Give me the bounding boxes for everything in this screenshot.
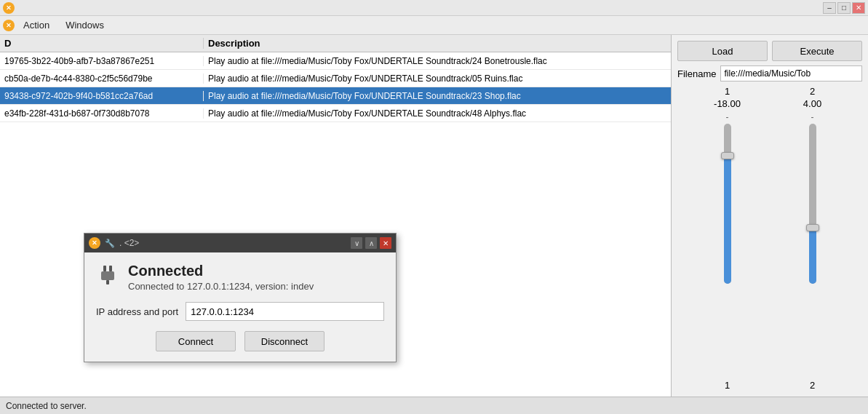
sliders-row: - - xyxy=(677,112,862,377)
plug-icon xyxy=(96,263,119,286)
connected-texts: Connected Connected to 127.0.0.1:1234, v… xyxy=(128,263,314,292)
status-text: Connected to server. xyxy=(6,401,87,411)
dialog-wrench-icon: 🔧 xyxy=(105,239,115,248)
slider-thumb-1[interactable] xyxy=(721,152,734,159)
slider-thumb-2[interactable] xyxy=(806,224,819,231)
slider-col-2: - xyxy=(809,112,816,377)
maximize-button[interactable]: □ xyxy=(837,2,851,14)
menu-action[interactable]: Action xyxy=(16,17,57,33)
title-bar-left: ✕ xyxy=(3,2,17,14)
slider-col-1: - xyxy=(724,112,731,377)
dialog-form-row: IP address and port xyxy=(96,302,384,321)
channel-value-2: 4.00 xyxy=(798,98,827,109)
dialog-connected-header: Connected Connected to 127.0.0.1:1234, v… xyxy=(96,263,384,292)
dialog-chevron-up-button[interactable]: ∧ xyxy=(365,237,377,249)
row-desc: Play audio at file:///media/Music/Toby F… xyxy=(204,73,671,84)
svg-rect-3 xyxy=(106,280,109,284)
execute-button[interactable]: Execute xyxy=(772,41,862,61)
row-id: 93438-c972-402b-9f40-b581cc2a76ad xyxy=(0,91,204,101)
svg-rect-1 xyxy=(109,266,112,271)
channel-value-1: -18.00 xyxy=(713,98,742,109)
dialog-overlay: ✕ 🔧 . <2> ∨ ∧ ✕ Connected Connected to 1… xyxy=(84,233,397,362)
close-button[interactable]: ✕ xyxy=(852,2,865,14)
ip-label: IP address and port xyxy=(96,306,178,317)
load-button[interactable]: Load xyxy=(677,41,768,61)
channel-bottom-label-1: 1 xyxy=(713,380,742,391)
dialog-buttons-row: Connect Disconnect xyxy=(96,331,384,351)
title-bar-controls: – □ ✕ xyxy=(823,2,865,14)
channel-label-1: 1 xyxy=(713,86,742,97)
menu-app-icon: ✕ xyxy=(3,20,15,31)
filename-input[interactable] xyxy=(720,65,862,81)
channel-bottom-label-2: 2 xyxy=(798,380,827,391)
filename-row: Filename xyxy=(677,65,862,81)
channel-area: 1 2 -18.00 4.00 - - xyxy=(677,86,862,391)
table-header: D Description xyxy=(0,35,671,52)
connect-button[interactable]: Connect xyxy=(156,331,236,351)
col-desc-header: Description xyxy=(204,38,671,49)
right-panel: Load Execute Filename 1 2 -18.00 4.00 - xyxy=(672,35,868,397)
connected-subtitle: Connected to 127.0.0.1:1234, version: in… xyxy=(128,281,314,292)
slider-fill-1 xyxy=(724,156,731,284)
channel-top-labels: 1 2 xyxy=(677,86,862,97)
title-bar: ✕ – □ ✕ xyxy=(0,0,868,16)
channel-bottom-labels: 1 2 xyxy=(677,380,862,391)
svg-rect-0 xyxy=(103,266,106,271)
menu-bar: ✕ Action Windows xyxy=(0,16,868,35)
panel-buttons: Load Execute xyxy=(677,41,862,61)
slider-track-2[interactable] xyxy=(809,124,816,284)
dialog-title-left: ✕ 🔧 . <2> xyxy=(89,237,139,249)
ip-input[interactable] xyxy=(186,302,384,321)
row-desc: Play audio at file:///media/Music/Toby F… xyxy=(204,56,671,66)
filename-label: Filename xyxy=(677,68,716,79)
menu-windows[interactable]: Windows xyxy=(58,17,111,33)
col-id-header: D xyxy=(0,38,204,49)
channel-values: -18.00 4.00 xyxy=(677,98,862,109)
dialog-title-bar: ✕ 🔧 . <2> ∨ ∧ ✕ xyxy=(84,234,396,252)
connected-title: Connected xyxy=(128,263,314,279)
disconnect-button[interactable]: Disconnect xyxy=(244,331,324,351)
row-desc: Play audio at file:///media/Music/Toby F… xyxy=(204,108,671,119)
row-desc: Play audio at file:///media/Music/Toby F… xyxy=(204,91,671,101)
table-row[interactable]: e34fb-228f-431d-b687-0f730d8b7078 Play a… xyxy=(0,105,671,122)
dialog-chevron-down-button[interactable]: ∨ xyxy=(351,237,362,249)
app-icon: ✕ xyxy=(3,2,15,14)
dialog-app-icon: ✕ xyxy=(89,237,100,249)
channel-label-2: 2 xyxy=(798,86,827,97)
table-row[interactable]: cb50a-de7b-4c44-8380-c2f5c56d79be Play a… xyxy=(0,70,671,87)
dialog-title-controls: ∨ ∧ ✕ xyxy=(351,237,391,249)
row-id: e34fb-228f-431d-b687-0f730d8b7078 xyxy=(0,108,204,119)
slider-dash-2: - xyxy=(811,112,814,122)
slider-fill-2 xyxy=(809,228,816,284)
row-id: cb50a-de7b-4c44-8380-c2f5c56d79be xyxy=(0,73,204,84)
table-row-selected[interactable]: 93438-c972-402b-9f40-b581cc2a76ad Play a… xyxy=(0,87,671,105)
minimize-button[interactable]: – xyxy=(823,2,836,14)
dialog-close-button[interactable]: ✕ xyxy=(380,237,391,249)
row-id: 19765-3b22-40b9-afb7-b3a87867e251 xyxy=(0,56,204,66)
dialog-title-text: . <2> xyxy=(119,238,139,248)
table-row[interactable]: 19765-3b22-40b9-afb7-b3a87867e251 Play a… xyxy=(0,52,671,70)
svg-rect-2 xyxy=(101,271,114,280)
slider-dash-1: - xyxy=(726,112,729,122)
slider-track-1[interactable] xyxy=(724,124,731,284)
status-bar: Connected to server. xyxy=(0,397,868,414)
dialog-body: Connected Connected to 127.0.0.1:1234, v… xyxy=(84,252,396,362)
